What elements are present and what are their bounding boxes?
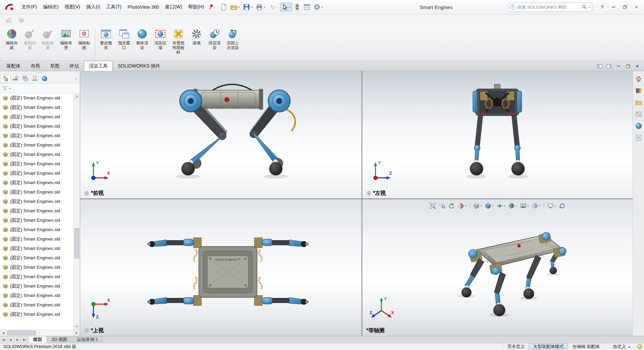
scroll-down-icon[interactable]: ▼ (74, 324, 80, 330)
tree-item[interactable]: (固定) Smart Engines.sld (0, 93, 73, 103)
tree-item[interactable]: (固定) Smart Engines.sld (0, 291, 73, 300)
viewport-front[interactable]: Y X *前视 (80, 71, 362, 199)
feature-tree-tab[interactable] (1, 74, 10, 83)
menu-item[interactable]: 插入(I) (83, 2, 103, 12)
tree-item[interactable]: (固定) Smart Engines.sld (0, 310, 73, 319)
vertical-scroll-thumb[interactable] (74, 228, 79, 259)
tree-item[interactable]: (固定) Smart Engines.sld (0, 140, 73, 150)
command-tab[interactable]: 草图 (45, 61, 64, 71)
tree-item[interactable]: (固定) Smart Engines.sld (0, 187, 73, 197)
tree-item[interactable]: (固定) Smart Engines.sld (0, 234, 73, 244)
dimxpert-manager-tab[interactable] (30, 74, 40, 83)
design-table-button[interactable] (302, 3, 312, 11)
search-icon[interactable] (580, 4, 587, 10)
status-item[interactable]: 完全定义 (503, 343, 529, 350)
preview-window-button[interactable]: 预览窗口 (115, 27, 133, 51)
viewport-minimize-icon[interactable] (615, 63, 622, 69)
viewport-iso[interactable]: ▼ ▼ ▼ ▼ (362, 199, 633, 336)
prev-tab-icon[interactable]: ◀ (7, 336, 14, 343)
command-tab[interactable]: SOLIDWORKS 插件 (113, 61, 165, 71)
print-button[interactable]: ▼ (255, 3, 267, 11)
tree-item[interactable]: (固定) Smart Engines.sld (0, 206, 73, 216)
tree-item[interactable]: (固定) Smart Engines.sld (0, 225, 73, 234)
help-button[interactable]: ?▾ (597, 3, 607, 11)
tree-item[interactable]: (固定) Smart Engines.sld (0, 122, 73, 131)
tree-item[interactable]: (固定) Smart Engines.sld (0, 103, 73, 112)
resources-home-button[interactable] (634, 75, 643, 83)
command-tab[interactable]: 渲染工具 (84, 61, 113, 71)
new-file-button[interactable] (219, 3, 228, 11)
tree-item[interactable]: (固定) Smart Engines.sld (0, 216, 73, 225)
assembly-tool-button-2[interactable] (17, 16, 25, 24)
undo-button[interactable]: ▼ (267, 3, 279, 11)
select-tool-button[interactable]: ▼ (280, 3, 292, 11)
view-palette-button[interactable] (634, 110, 643, 119)
configuration-manager-tab[interactable] (20, 74, 30, 83)
command-tab[interactable]: 装配体 (1, 61, 25, 71)
tree-item[interactable]: (固定) Smart Engines.sld (0, 178, 73, 187)
model-tab[interactable]: 3D 视图 (47, 336, 72, 343)
panel-splitter[interactable] (0, 71, 80, 74)
tree-item[interactable]: (固定) Smart Engines.sld (0, 150, 73, 159)
minimize-button[interactable] (608, 3, 619, 11)
maximize-button[interactable] (620, 3, 630, 11)
tree-vertical-scrollbar[interactable]: ▲ ▼ (73, 93, 80, 330)
property-manager-tab[interactable] (10, 74, 20, 83)
pin-icon[interactable] (209, 4, 214, 10)
edit-scene-button[interactable]: 编辑布景 (57, 27, 75, 51)
menu-item[interactable]: 帮助(H) (185, 2, 207, 12)
command-tab[interactable]: 布局 (25, 61, 45, 71)
search-input[interactable] (515, 5, 580, 10)
panel-tabs-overflow-icon[interactable]: › (73, 76, 79, 81)
viewport-restore-icon[interactable] (625, 63, 631, 69)
recall-render-button[interactable]: 召回上次渲染 (224, 27, 242, 51)
schedule-render-button[interactable]: 排定渲染 (206, 27, 224, 51)
menu-item[interactable]: 编辑(E) (40, 2, 62, 12)
tree-item[interactable]: (固定) Smart Engines.sld (0, 131, 73, 140)
assembly-tool-button-1[interactable] (4, 16, 13, 24)
tree-item[interactable]: (固定) Smart Engines.sld (0, 263, 73, 272)
tree-item[interactable]: (固定) Smart Engines.sld (0, 197, 73, 206)
custom-properties-button[interactable] (634, 133, 643, 142)
status-item[interactable]: 大型装配体模式 (529, 343, 568, 350)
scroll-up-icon[interactable]: ▲ (74, 93, 80, 99)
model-tab[interactable]: 模型 (29, 336, 47, 343)
horizontal-scroll-thumb[interactable] (7, 331, 36, 335)
rebuild-button[interactable] (293, 3, 302, 11)
tree-item[interactable]: (固定) Smart Engines.sld (0, 159, 73, 169)
edit-appearance-button[interactable]: 编辑外观 (3, 27, 21, 51)
copy-appearance-button[interactable]: 复制外观 (21, 27, 39, 51)
menu-item[interactable]: PhotoView 360 (124, 2, 162, 12)
save-button[interactable]: ▼ (242, 3, 254, 11)
viewport-left[interactable]: Y Z *左视 (362, 71, 633, 199)
menu-item[interactable]: 视图(V) (62, 2, 84, 12)
menu-item[interactable]: 文件(F) (18, 2, 40, 12)
close-button[interactable]: × (631, 3, 641, 11)
design-library-button[interactable] (634, 86, 643, 95)
pane-right-icon[interactable] (606, 63, 612, 69)
search-dropdown-icon[interactable]: ▼ (588, 6, 590, 8)
tree-item[interactable]: (固定) Smart Engines.sld (0, 281, 73, 291)
viewport-close-icon[interactable]: × (634, 63, 641, 69)
menu-item[interactable]: 工具(T) (103, 2, 124, 12)
first-tab-icon[interactable]: |◀ (0, 336, 7, 343)
filter-dropdown-icon[interactable]: ▼ (9, 87, 11, 90)
edit-decal-button[interactable]: 编辑贴图 (75, 27, 93, 51)
display-manager-tab[interactable] (40, 74, 49, 83)
tree-item[interactable]: (固定) Smart Engines.sld (0, 244, 73, 253)
scroll-left-icon[interactable]: ◀ (0, 330, 6, 336)
tree-item[interactable]: (固定) Smart Engines.sld (0, 300, 73, 310)
viewport-top[interactable]: Smart Engines™ Z X *上视 (80, 199, 362, 336)
scroll-right-icon[interactable]: ▶ (73, 330, 80, 336)
customize-status-button[interactable]: 自定义 ▲ (604, 343, 634, 350)
final-render-button[interactable]: 最终渲染 (133, 27, 151, 51)
render-region-button[interactable]: 渲染区域 (151, 27, 169, 51)
integrated-preview-button[interactable]: 整合预览 (97, 27, 115, 51)
model-tab[interactable]: 运动算例 1 (72, 336, 103, 343)
tree-item[interactable]: (固定) Smart Engines.sld (0, 112, 73, 122)
status-indicator-icon[interactable] (637, 344, 642, 349)
tree-horizontal-scrollbar[interactable]: ◀ ▶ (0, 330, 80, 336)
tree-item[interactable]: (固定) Smart Engines.sld (0, 272, 73, 281)
paste-appearance-button[interactable]: 粘贴外观 (39, 27, 57, 51)
pane-left-icon[interactable] (596, 63, 603, 69)
